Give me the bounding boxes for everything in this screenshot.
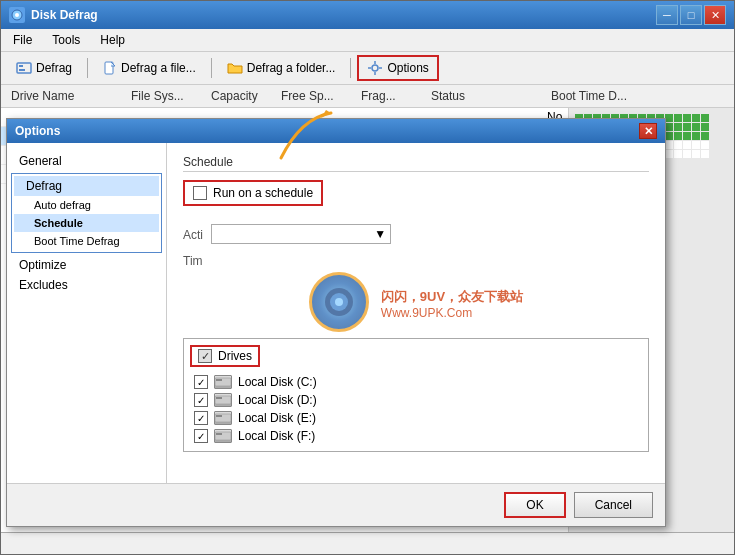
drive-item-c: ✓ Local Disk (C:) [190, 373, 642, 391]
title-bar: Disk Defrag ─ □ ✕ [1, 1, 734, 29]
watermark: 闪闪，9UV，众友下载站 Www.9UPK.Com [309, 272, 523, 336]
menu-help[interactable]: Help [92, 31, 133, 49]
drive-c-checkbox[interactable]: ✓ [194, 375, 208, 389]
sidebar-schedule[interactable]: Schedule [14, 214, 159, 232]
svg-rect-4 [19, 69, 25, 71]
drive-d-icon [214, 393, 232, 407]
file-icon [103, 61, 117, 75]
action-row: Acti ▼ [183, 224, 649, 244]
drive-item-f: ✓ Local Disk (F:) [190, 427, 642, 445]
main-area: No No No No mentation [1, 108, 734, 532]
svg-rect-19 [216, 415, 222, 417]
main-window: Disk Defrag ─ □ ✕ File Tools Help Defrag… [0, 0, 735, 555]
drive-e-icon [214, 411, 232, 425]
drive-f-icon [214, 429, 232, 443]
drives-section: ✓ Drives ✓ [183, 338, 649, 452]
options-dialog: Options ✕ General Defrag Auto defrag Sch… [6, 118, 666, 527]
title-bar-left: Disk Defrag [9, 7, 98, 23]
folder-icon [227, 60, 243, 76]
watermark-text: 闪闪，9UV，众友下载站 [381, 288, 523, 306]
cancel-button[interactable]: Cancel [574, 492, 653, 518]
drives-checkbox[interactable]: ✓ [198, 349, 212, 363]
sidebar-auto-defrag[interactable]: Auto defrag [14, 196, 159, 214]
watermark-logo [309, 272, 369, 332]
action-label: Acti [183, 228, 203, 242]
defrag-group-border: Defrag Auto defrag Schedule Boot Time De… [11, 173, 162, 253]
window-title: Disk Defrag [31, 8, 98, 22]
col-capacity: Capacity [207, 87, 277, 105]
svg-rect-21 [216, 433, 222, 435]
toolbar-separator-1 [87, 58, 88, 78]
dialog-content: Schedule Run on a schedule Acti [167, 143, 665, 483]
drive-item-e: ✓ Local Disk (E:) [190, 409, 642, 427]
toolbar: Defrag Defrag a file... Defrag a folder.… [1, 52, 734, 85]
col-status: Status [427, 87, 547, 105]
drive-e-checkbox[interactable]: ✓ [194, 411, 208, 425]
col-filesys: File Sys... [127, 87, 207, 105]
drive-f-label: Local Disk (F:) [238, 429, 315, 443]
sidebar-optimize[interactable]: Optimize [7, 255, 166, 275]
title-bar-controls: ─ □ ✕ [656, 5, 726, 25]
close-button[interactable]: ✕ [704, 5, 726, 25]
action-dropdown[interactable]: ▼ [211, 224, 391, 244]
col-boot: Boot Time D... [547, 87, 728, 105]
app-icon [9, 7, 25, 23]
schedule-section-label: Schedule [183, 155, 649, 172]
drive-c-label: Local Disk (C:) [238, 375, 317, 389]
sidebar-excludes[interactable]: Excludes [7, 275, 166, 295]
defrag-file-button[interactable]: Defrag a file... [94, 57, 205, 79]
sidebar-general[interactable]: General [7, 151, 166, 171]
svg-point-6 [372, 65, 378, 71]
drive-c-icon [214, 375, 232, 389]
svg-rect-3 [19, 65, 23, 67]
run-schedule-label: Run on a schedule [213, 186, 313, 200]
options-icon [367, 60, 383, 76]
drives-header-box: ✓ Drives [190, 345, 260, 367]
defrag-button[interactable]: Defrag [7, 56, 81, 80]
svg-rect-2 [17, 63, 31, 73]
col-drive-name: Drive Name [7, 87, 127, 105]
drives-label: Drives [218, 349, 252, 363]
defrag-icon [16, 60, 32, 76]
watermark-url: Www.9UPK.Com [381, 306, 523, 320]
dropdown-arrow: ▼ [374, 227, 386, 241]
time-row: Tim [183, 250, 649, 270]
defrag-folder-button[interactable]: Defrag a folder... [218, 56, 345, 80]
drive-f-checkbox[interactable]: ✓ [194, 429, 208, 443]
svg-rect-17 [216, 397, 222, 399]
run-schedule-box: Run on a schedule [183, 180, 323, 206]
time-label: Tim [183, 254, 203, 268]
sidebar-boot-time[interactable]: Boot Time Defrag [14, 232, 159, 250]
dialog-title-bar: Options ✕ [7, 119, 665, 143]
maximize-button[interactable]: □ [680, 5, 702, 25]
column-headers: Drive Name File Sys... Capacity Free Sp.… [1, 85, 734, 108]
col-frag: Frag... [357, 87, 427, 105]
minimize-button[interactable]: ─ [656, 5, 678, 25]
options-button[interactable]: Options [357, 55, 438, 81]
drive-d-checkbox[interactable]: ✓ [194, 393, 208, 407]
dialog-body: General Defrag Auto defrag Schedule Boot… [7, 143, 665, 483]
watermark-area: 闪闪，9UV，众友下载站 Www.9UPK.Com [183, 274, 649, 334]
drive-item-d: ✓ Local Disk (D:) [190, 391, 642, 409]
sidebar-defrag[interactable]: Defrag [14, 176, 159, 196]
dialog-title-text: Options [15, 124, 60, 138]
drive-e-label: Local Disk (E:) [238, 411, 316, 425]
ok-button[interactable]: OK [504, 492, 565, 518]
drive-d-label: Local Disk (D:) [238, 393, 317, 407]
dialog-sidebar: General Defrag Auto defrag Schedule Boot… [7, 143, 167, 483]
svg-point-13 [335, 298, 343, 306]
svg-rect-15 [216, 379, 222, 381]
dialog-overlay: Options ✕ General Defrag Auto defrag Sch… [1, 108, 734, 555]
toolbar-separator-2 [211, 58, 212, 78]
menu-file[interactable]: File [5, 31, 40, 49]
menu-bar: File Tools Help [1, 29, 734, 52]
toolbar-separator-3 [350, 58, 351, 78]
dialog-close-button[interactable]: ✕ [639, 123, 657, 139]
menu-tools[interactable]: Tools [44, 31, 88, 49]
run-schedule-checkbox[interactable] [193, 186, 207, 200]
dialog-footer: OK Cancel [7, 483, 665, 526]
col-freesp: Free Sp... [277, 87, 357, 105]
svg-point-1 [15, 13, 19, 17]
